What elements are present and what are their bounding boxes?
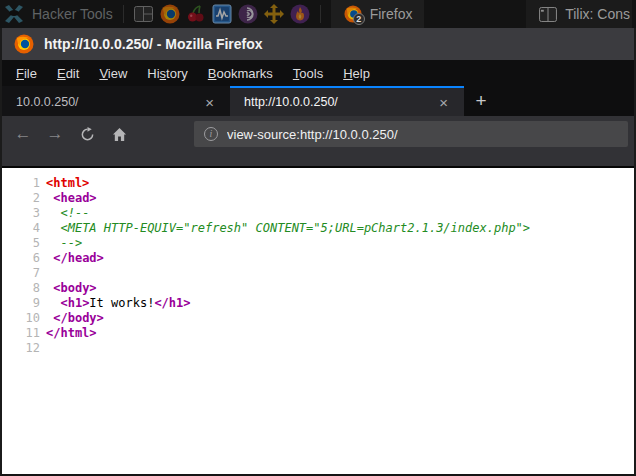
view-source-content: 1<html>2 <head>3 <!--4 <META HTTP-EQUIV=… [2,168,634,474]
source-line: 10 </body> [2,311,634,326]
flame-icon[interactable] [290,4,310,24]
taskbar-window-firefox[interactable]: 2 Firefox [331,0,425,28]
tab-close-icon[interactable]: × [433,94,454,111]
tab-title: 10.0.0.250/ [16,95,191,109]
cherries-icon[interactable] [186,4,206,24]
taskbar-window-label: Tilix: Cons [565,6,630,22]
source-line: 12 [2,341,634,356]
line-number: 10 [2,311,46,326]
hacker-tools-logo-icon[interactable] [4,4,24,24]
source-line: 11</html> [2,326,634,341]
tab-title: http://10.0.0.250/ [244,95,425,109]
page-info-icon[interactable]: i [204,127,218,141]
tilix-terminal-icon [538,4,558,24]
url-text[interactable]: view-source:http://10.0.0.250/ [227,127,398,142]
home-icon [112,127,127,142]
source-line: 1<html> [2,176,634,191]
line-number: 8 [2,281,46,296]
menu-history[interactable]: History [137,62,197,85]
navigation-toolbar: ← → i view-source:http://10.0.0.250/ [2,116,634,168]
line-number: 3 [2,206,46,221]
tab-10-0-0-250[interactable]: 10.0.0.250/ × [2,86,230,116]
taskbar-separator [123,5,124,23]
menu-help[interactable]: Help [333,62,380,85]
split-window-icon[interactable] [134,4,154,24]
taskbar-separator [320,5,321,23]
line-number: 2 [2,191,46,206]
tab-bar: 10.0.0.250/ × http://10.0.0.250/ × + [2,86,634,116]
source-line: 5 --> [2,236,634,251]
line-number: 6 [2,251,46,266]
menu-bar: FileEditViewHistoryBookmarksToolsHelp [2,60,634,86]
reload-icon [80,127,95,142]
source-line: 8 <body> [2,281,634,296]
line-code: <h1>It works!</h1> [46,296,191,311]
line-code: <html> [46,176,89,191]
waveform-monitor-icon[interactable] [212,4,232,24]
forward-button[interactable]: → [40,121,70,147]
menu-tools[interactable]: Tools [283,62,333,85]
source-line: 6 </head> [2,251,634,266]
line-code: <!-- [46,206,89,221]
tor-onion-icon[interactable] [238,4,258,24]
line-number: 4 [2,221,46,236]
firefox-icon [14,34,34,54]
line-number: 1 [2,176,46,191]
reload-button[interactable] [72,121,102,147]
taskbar-window-tilix[interactable]: Tilix: Cons [526,0,632,28]
source-line: 4 <META HTTP-EQUIV="refresh" CONTENT="5;… [2,221,634,236]
back-button[interactable]: ← [8,121,38,147]
line-code: <head> [46,191,97,206]
line-code: </head> [46,251,104,266]
line-number: 7 [2,266,46,281]
line-code: --> [46,236,82,251]
taskbar-window-label: Firefox [370,6,413,22]
line-code: </body> [46,311,104,326]
menu-bookmarks[interactable]: Bookmarks [198,62,283,85]
source-line: 3 <!-- [2,206,634,221]
line-number: 12 [2,341,46,356]
orange-arrows-icon[interactable] [264,4,284,24]
tab-close-icon[interactable]: × [199,94,220,111]
source-line: 2 <head> [2,191,634,206]
window-count-badge: 2 [353,13,365,25]
window-titlebar[interactable]: http://10.0.0.250/ - Mozilla Firefox [2,28,634,60]
menu-edit[interactable]: Edit [47,62,89,85]
source-line: 9 <h1>It works!</h1> [2,296,634,311]
tab-view-source[interactable]: http://10.0.0.250/ × [230,86,464,116]
line-code: </html> [46,326,97,341]
line-code: <META HTTP-EQUIV="refresh" CONTENT="5;UR… [46,221,530,236]
firefox-window: http://10.0.0.250/ - Mozilla Firefox Fil… [0,28,636,476]
new-tab-button[interactable]: + [464,86,498,116]
home-button[interactable] [104,121,134,147]
window-title: http://10.0.0.250/ - Mozilla Firefox [44,36,263,52]
line-code: <body> [46,281,97,296]
menu-file[interactable]: File [6,62,47,85]
line-number: 11 [2,326,46,341]
hacker-tools-menu[interactable]: Hacker Tools [32,6,113,22]
desktop-taskbar: Hacker Tools [0,0,636,28]
line-number: 9 [2,296,46,311]
firefox-icon[interactable] [160,4,180,24]
line-number: 5 [2,236,46,251]
url-bar[interactable]: i view-source:http://10.0.0.250/ [194,121,628,147]
source-line: 7 [2,266,634,281]
menu-view[interactable]: View [89,62,137,85]
